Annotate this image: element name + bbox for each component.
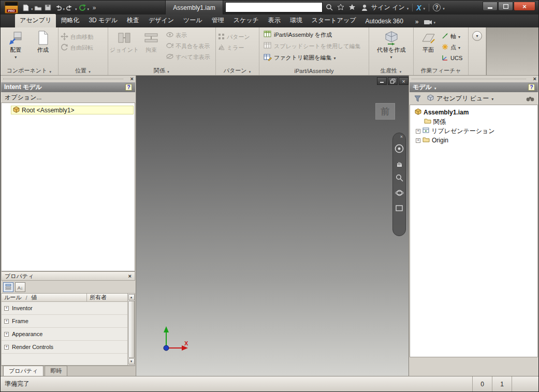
panel-title-productivity[interactable]: 生産性 [369, 66, 413, 75]
document-tab[interactable]: Assembly1.iam [165, 1, 223, 14]
show-sick-button[interactable]: 不具合を表示 [166, 41, 213, 51]
tab-view[interactable]: 表示 [264, 14, 285, 27]
panel-title-work-features[interactable]: 作業フィーチャ [414, 66, 468, 75]
find-button[interactable] [525, 93, 536, 104]
properties-scrollbar[interactable] [127, 293, 135, 366]
create-ipart-button[interactable]: iPart/iAssembly を作成 [264, 30, 367, 40]
look-at-icon[interactable] [396, 204, 403, 213]
expand-icon[interactable] [4, 332, 9, 337]
model-close-icon[interactable] [533, 76, 536, 82]
pan-hand-icon[interactable] [396, 160, 403, 169]
new-file-button[interactable] [21, 3, 31, 13]
redo-dropdown-icon[interactable] [75, 3, 77, 12]
application-menu-button[interactable]: PRO [3, 1, 20, 14]
edit-factory-dropdown-icon[interactable] [334, 54, 336, 61]
categorized-view-button[interactable] [3, 282, 13, 292]
exchange-x-button[interactable]: X [416, 4, 421, 12]
tab-sketch[interactable]: スケッチ [229, 14, 264, 27]
scroll-thumb[interactable] [128, 301, 135, 358]
help-dropdown-icon[interactable] [443, 4, 445, 11]
pattern-button[interactable]: パターン [218, 32, 257, 42]
doc-close-button[interactable] [399, 77, 409, 85]
intent-header[interactable]: Intent モデル [1, 82, 135, 92]
redo-button[interactable] [65, 3, 75, 13]
update-button[interactable] [78, 3, 87, 13]
tab-environment[interactable]: 環境 [285, 14, 307, 27]
viewcube-front-face[interactable]: 前 [375, 103, 395, 120]
free-move-button[interactable]: 自由移動 [61, 32, 106, 42]
properties-close-icon[interactable] [128, 273, 132, 279]
tab-instant[interactable]: 即時 [45, 366, 67, 376]
properties-header[interactable]: プロパティ [1, 271, 135, 281]
help-icon[interactable] [433, 4, 441, 11]
point-button[interactable]: 点 [442, 42, 466, 52]
zoom-icon[interactable] [396, 174, 403, 184]
panel-title-ipart[interactable]: iPart/iAssembly [259, 66, 369, 75]
model-header-dropdown-icon[interactable] [434, 84, 437, 91]
prop-row-inventor[interactable]: Inventor [2, 302, 127, 315]
qat-overflow-icon[interactable] [90, 3, 99, 13]
model-panel-grip[interactable] [409, 76, 538, 82]
tab-tools[interactable]: ツール [179, 14, 207, 27]
plane-button[interactable]: 平面 [416, 29, 441, 66]
panel-title-pattern[interactable]: パターン [216, 66, 259, 75]
tab-autodesk-360[interactable]: Autodesk 360 [360, 16, 407, 27]
mirror-button[interactable]: ミラー [218, 42, 257, 53]
expand-icon[interactable] [4, 306, 9, 311]
filter-button[interactable] [412, 93, 423, 104]
model-help-icon[interactable] [528, 84, 535, 91]
close-button[interactable] [514, 2, 535, 11]
constrain-button[interactable]: 拘束 [139, 29, 163, 66]
save-button[interactable] [43, 3, 53, 13]
undo-button[interactable] [53, 3, 63, 13]
sort-az-button[interactable] [15, 282, 25, 292]
scroll-up-icon[interactable] [128, 294, 135, 300]
root-assembly-node[interactable]: Root <Assembly1> [11, 106, 134, 114]
qat-customize-dropdown-icon[interactable] [88, 3, 90, 12]
intent-panel-grip[interactable] [1, 76, 136, 82]
tab-get-started[interactable]: スタートアップ [307, 14, 361, 27]
show-button[interactable]: 表示 [166, 30, 213, 40]
create-substitute-button[interactable]: 代替を作成 [377, 29, 405, 66]
prop-row-appearance[interactable]: Appearance [2, 328, 127, 341]
axis-button[interactable]: 軸 [442, 31, 466, 41]
open-button[interactable] [34, 3, 43, 13]
axis-dropdown-icon[interactable] [458, 33, 460, 39]
tree-node-origin[interactable]: Origin [412, 136, 536, 145]
substitute-dropdown-icon[interactable] [390, 53, 392, 60]
tree-node-representations[interactable]: リプレゼンテーション [412, 126, 536, 136]
panel-title-relationships[interactable]: 関係 [108, 66, 215, 75]
tab-design[interactable]: デザイン [144, 14, 179, 27]
expand-icon[interactable] [416, 129, 420, 134]
ribbon-minimize-toggle-icon[interactable] [472, 31, 482, 41]
undo-dropdown-icon[interactable] [63, 3, 65, 12]
screencast-camera-button[interactable] [424, 18, 436, 25]
column-rule-value[interactable]: ルール / 値 [2, 294, 87, 301]
ucs-button[interactable]: UCS [442, 53, 466, 63]
new-file-dropdown-icon[interactable] [31, 3, 33, 12]
scroll-down-icon[interactable] [128, 358, 135, 365]
tab-assembly[interactable]: アセンブリ [15, 14, 56, 27]
tab-properties[interactable]: プロパティ [3, 366, 43, 376]
edit-factory-scope-button[interactable]: ファクトリ範囲を編集 [264, 52, 367, 63]
place-dropdown-icon[interactable] [14, 53, 17, 60]
point-dropdown-icon[interactable] [458, 44, 460, 50]
prop-row-render-controls[interactable]: Render Controls [2, 341, 127, 354]
model-header[interactable]: モデル [410, 82, 538, 92]
joint-button[interactable]: ジョイント [110, 29, 138, 66]
search-icon[interactable] [325, 3, 334, 12]
doc-minimize-button[interactable] [377, 77, 387, 85]
tab-inspect[interactable]: 検査 [122, 14, 144, 27]
place-button[interactable]: 配置 [3, 29, 29, 66]
tree-node-assembly[interactable]: Assembly1.iam [412, 108, 536, 117]
expand-icon[interactable] [4, 319, 9, 324]
exchange-apps-icon[interactable] [336, 3, 345, 12]
navbar-close-icon[interactable] [400, 135, 403, 139]
tab-overflow-icon[interactable]: » [415, 18, 419, 25]
edit-spreadsheet-button[interactable]: スプレッドシートを使用して編集 [264, 41, 367, 51]
tree-node-relationships[interactable]: 関係 [412, 117, 536, 126]
free-rotate-button[interactable]: 自由回転 [61, 42, 106, 53]
intent-help-icon[interactable] [125, 84, 132, 91]
search-input[interactable] [225, 2, 323, 12]
sign-in-dropdown-icon[interactable] [407, 4, 409, 11]
